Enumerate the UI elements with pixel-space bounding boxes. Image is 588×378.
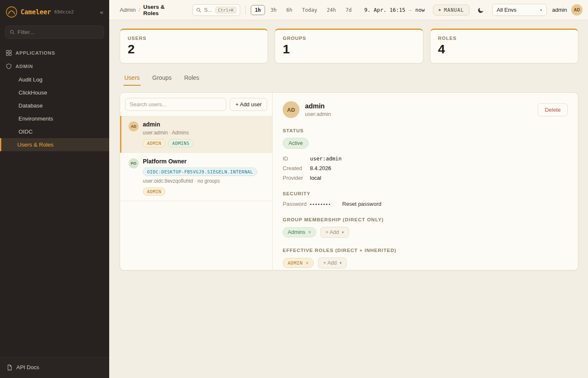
page-content: USERS 2 GROUPS 1 ROLES 4 Users Groups Ro… bbox=[109, 20, 588, 378]
admin-nav: Audit Log ClickHouse Database Environmen… bbox=[0, 73, 109, 155]
user-detail-id: user:admin bbox=[305, 111, 331, 117]
section-security-heading: SECURITY bbox=[283, 191, 568, 196]
time-from: 9. Apr. 16:15 bbox=[364, 7, 405, 13]
env-selector-value: All Envs bbox=[497, 7, 517, 13]
group-chips-row: Admins × + Add ▾ bbox=[283, 227, 568, 238]
add-user-button[interactable]: + Add user bbox=[230, 98, 267, 111]
user-item-body: admin user:admin · Admins ADMIN ADMINS bbox=[143, 121, 194, 147]
user-detail: AD admin user:admin Delete STATUS Active… bbox=[273, 93, 578, 270]
user-item-name: Platform Owner bbox=[143, 158, 257, 165]
remove-group-icon[interactable]: × bbox=[308, 229, 311, 235]
user-item-badges: ADMIN bbox=[143, 187, 257, 196]
status-dot-icon: ● bbox=[438, 8, 441, 12]
role-chips-row: ADMIN × + Add ▾ bbox=[283, 257, 568, 268]
user-item-subtitle: user:oidc:8evzqofluhld · no groups bbox=[143, 178, 257, 184]
search-shortcut-kbd: Ctrl+K bbox=[215, 7, 236, 13]
users-panel: + Add user AD admin user:admin · Admins … bbox=[120, 92, 578, 270]
role-badge: ADMIN bbox=[143, 139, 165, 147]
sidebar-item-environments[interactable]: Environments bbox=[0, 112, 109, 125]
cameleer-logo-icon bbox=[6, 6, 17, 18]
add-group-button[interactable]: + Add ▾ bbox=[320, 227, 349, 238]
role-chip-label: ADMIN bbox=[288, 260, 303, 266]
dark-mode-toggle[interactable] bbox=[475, 4, 487, 16]
group-badge: ADMINS bbox=[168, 139, 194, 147]
chevron-down-icon: ▾ bbox=[540, 8, 542, 12]
global-search[interactable]: S... Ctrl+K bbox=[192, 4, 240, 16]
role-badge: ADMIN bbox=[143, 187, 165, 196]
tab-users[interactable]: Users bbox=[123, 71, 141, 86]
sidebar-item-clickhouse[interactable]: ClickHouse bbox=[0, 86, 109, 99]
user-list: + Add user AD admin user:admin · Admins … bbox=[120, 93, 273, 270]
avatar: AD bbox=[129, 121, 139, 131]
group-chip-label: Admins bbox=[288, 229, 305, 235]
user-list-item-platform-owner[interactable]: PO Platform Owner OIDC:DESKTOP-FB5VGJ9.S… bbox=[120, 153, 272, 201]
time-range-24h[interactable]: 24h bbox=[323, 5, 340, 15]
sidebar-item-oidc[interactable]: OIDC bbox=[0, 125, 109, 138]
user-detail-name: admin bbox=[305, 102, 331, 110]
main-area: Admin / Users & Roles S... Ctrl+K 1h 3h … bbox=[109, 0, 588, 378]
refresh-mode-button[interactable]: ● MANUAL bbox=[433, 5, 469, 16]
tab-groups[interactable]: Groups bbox=[152, 71, 173, 86]
search-icon bbox=[10, 29, 15, 35]
password-row: Password •••••••• Reset password bbox=[283, 201, 568, 207]
tab-roles[interactable]: Roles bbox=[183, 71, 200, 86]
avatar: AD bbox=[283, 101, 299, 118]
sidebar-item-users-roles[interactable]: Users & Roles bbox=[0, 138, 109, 151]
time-range-today[interactable]: Today bbox=[298, 5, 321, 15]
reset-password-link[interactable]: Reset password bbox=[342, 201, 381, 207]
sidebar-item-audit-log[interactable]: Audit Log bbox=[0, 73, 109, 86]
breadcrumb-separator: / bbox=[139, 7, 140, 13]
breadcrumb-admin[interactable]: Admin bbox=[120, 7, 136, 13]
shield-icon bbox=[6, 63, 12, 69]
nav-section-applications: APPLICATIONS bbox=[0, 46, 109, 60]
add-role-button[interactable]: + Add ▾ bbox=[318, 257, 346, 268]
delete-user-button[interactable]: Delete bbox=[538, 103, 568, 116]
user-menu[interactable]: admin AD bbox=[552, 4, 583, 16]
nav-section-admin-label: ADMIN bbox=[16, 64, 33, 69]
refresh-mode-label: MANUAL bbox=[444, 7, 464, 13]
time-range-7d[interactable]: 7d bbox=[341, 5, 356, 15]
search-users-input[interactable] bbox=[125, 98, 226, 111]
time-to: now bbox=[415, 7, 425, 13]
sidebar-header: Cameleer 69dcce2 « bbox=[0, 0, 109, 23]
search-icon bbox=[196, 8, 201, 13]
stat-label: GROUPS bbox=[283, 36, 415, 41]
chevron-down-icon: ▾ bbox=[342, 230, 344, 234]
stat-value: 2 bbox=[128, 42, 260, 56]
sidebar-filter-input[interactable] bbox=[18, 29, 100, 35]
time-range-1h[interactable]: 1h bbox=[251, 5, 265, 15]
sidebar-filter[interactable] bbox=[5, 26, 104, 39]
avatar: PO bbox=[129, 158, 139, 168]
build-id: 69dcce2 bbox=[54, 9, 74, 15]
role-chip-admin: ADMIN × bbox=[283, 258, 314, 268]
document-icon bbox=[7, 365, 13, 370]
chevron-down-icon: ▾ bbox=[340, 261, 342, 265]
time-range-6h[interactable]: 6h bbox=[282, 5, 297, 15]
remove-role-icon[interactable]: × bbox=[306, 260, 309, 266]
env-selector[interactable]: All Envs ▾ bbox=[492, 4, 547, 16]
sidebar-collapse-button[interactable]: « bbox=[100, 8, 103, 16]
field-label: ID bbox=[283, 155, 310, 162]
api-docs-link[interactable]: API Docs bbox=[0, 357, 109, 378]
time-display[interactable]: 9. Apr. 16:15 — now bbox=[364, 7, 425, 13]
field-label: Created bbox=[283, 165, 310, 171]
avatar[interactable]: AD bbox=[571, 4, 583, 16]
user-detail-header: AD admin user:admin Delete bbox=[283, 101, 568, 118]
field-value: local bbox=[310, 175, 321, 181]
user-item-subtitle: user:admin · Admins bbox=[143, 130, 194, 136]
section-status-heading: STATUS bbox=[283, 128, 568, 133]
user-list-item-admin[interactable]: AD admin user:admin · Admins ADMIN ADMIN… bbox=[120, 116, 272, 153]
grid-icon bbox=[6, 50, 12, 56]
user-name: admin bbox=[552, 7, 567, 13]
breadcrumb: Admin / Users & Roles bbox=[120, 4, 181, 16]
sidebar-item-database[interactable]: Database bbox=[0, 99, 109, 112]
password-mask: •••••••• bbox=[310, 202, 331, 207]
topbar-right: All Envs ▾ admin AD bbox=[492, 4, 583, 16]
sidebar: Cameleer 69dcce2 « APPLICATIONS bbox=[0, 0, 109, 378]
field-created: Created 8.4.2026 bbox=[283, 165, 568, 171]
stat-card-roles: ROLES 4 bbox=[430, 29, 578, 63]
global-search-placeholder: S... bbox=[204, 7, 213, 13]
time-range-3h[interactable]: 3h bbox=[266, 5, 281, 15]
field-label: Provider bbox=[283, 175, 310, 181]
add-group-label: + Add bbox=[326, 229, 339, 235]
